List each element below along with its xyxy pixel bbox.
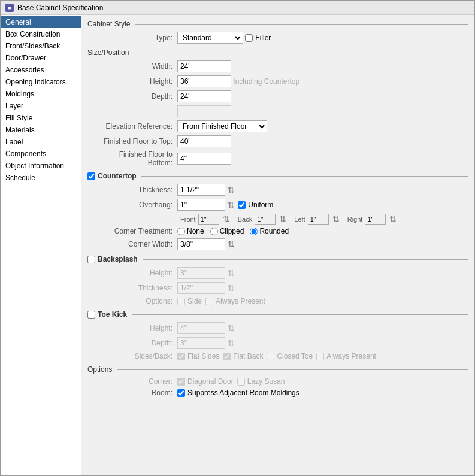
sidebar-item-accessories[interactable]: Accessories (1, 64, 81, 76)
corner-clipped-label[interactable]: Clipped (210, 227, 244, 235)
sidebar-item-opening-indicators[interactable]: Opening Indicators (1, 76, 81, 88)
ff-top-input[interactable] (177, 135, 231, 147)
lazy-susan-checkbox (237, 378, 245, 386)
sidebar-item-moldings[interactable]: Moldings (1, 88, 81, 100)
type-select[interactable]: Standard (177, 32, 243, 44)
backsplash-thickness-input (177, 282, 225, 294)
countertop-header: Countertop (87, 172, 468, 180)
sidebar-item-fill-style[interactable]: Fill Style (1, 112, 81, 124)
ff-bottom-input[interactable] (177, 153, 231, 165)
toe-kick-depth-spin: ⇅ (177, 337, 236, 349)
flat-sides-text: Flat Sides (187, 352, 219, 360)
front-spin[interactable]: ⇅ (222, 215, 231, 223)
sidebar-item-schedule[interactable]: Schedule (1, 172, 81, 184)
options-header: Options (87, 365, 468, 374)
corner-none-radio[interactable] (177, 228, 185, 235)
ff-top-row: Finished Floor to Top: (87, 135, 468, 147)
toe-kick-height-spin-btn: ⇅ (226, 324, 236, 332)
blank-row (87, 105, 468, 117)
toe-kick-label: Toe Kick (98, 310, 127, 319)
depth-input[interactable] (177, 90, 231, 102)
sidebar-item-general[interactable]: General (1, 16, 81, 28)
sidebar-item-door-drawer[interactable]: Door/Drawer (1, 52, 81, 64)
toe-kick-header: Toe Kick (87, 310, 468, 319)
backsplash-height-spin: ⇅ (177, 267, 236, 279)
flat-back-text: Flat Back (233, 352, 263, 360)
backsplash-checkbox[interactable] (87, 256, 95, 263)
corner-width-input[interactable] (177, 238, 225, 250)
width-input[interactable] (177, 60, 231, 72)
ff-bottom-row: Finished Floor to Bottom: (87, 150, 468, 167)
back-spin[interactable]: ⇅ (278, 215, 288, 223)
front-input[interactable] (198, 214, 219, 225)
filler-checkbox[interactable] (245, 34, 253, 42)
main-content: Cabinet Style Type: Standard Filler (81, 15, 474, 475)
countertop-checkbox-label[interactable]: Countertop (87, 172, 137, 180)
sidebar-item-materials[interactable]: Materials (1, 124, 81, 136)
corner-rounded-radio[interactable] (250, 228, 258, 235)
sidebar-item-layer[interactable]: Layer (1, 100, 81, 112)
corner-clipped-text: Clipped (220, 227, 244, 235)
closed-toe-text: Closed Toe (277, 352, 313, 360)
backsplash-options-row: Options: Side Always Present (87, 297, 468, 305)
corner-rounded-label[interactable]: Rounded (250, 227, 289, 235)
back-input[interactable] (255, 214, 276, 225)
filler-checkbox-label[interactable]: Filler (245, 34, 271, 42)
backsplash-thickness-label: Thickness: (93, 284, 177, 292)
overhang-spin: ⇅ (177, 199, 236, 211)
type-label: Type: (93, 34, 177, 42)
always-present-checkbox (316, 353, 324, 360)
toe-kick-checkbox[interactable] (87, 311, 95, 319)
corner-clipped-radio[interactable] (210, 228, 218, 235)
backsplash-height-spin-btn: ⇅ (226, 269, 236, 277)
room-option-label: Room: (93, 389, 177, 397)
corner-width-spin-btn[interactable]: ⇅ (226, 240, 236, 248)
countertop-checkbox[interactable] (87, 172, 95, 180)
uniform-checkbox-label[interactable]: Uniform (238, 201, 273, 209)
toe-kick-height-spin: ⇅ (177, 322, 236, 334)
backsplash-always-text: Always Present (216, 297, 265, 305)
sidebar-item-object-information[interactable]: Object Information (1, 160, 81, 172)
uniform-checkbox[interactable] (238, 201, 246, 209)
right-input[interactable] (365, 214, 386, 225)
overhang-input[interactable] (177, 199, 225, 211)
title-bar: ■ Base Cabinet Specification (1, 1, 474, 15)
size-position-header: Size/Position (87, 48, 468, 57)
size-position-label: Size/Position (87, 48, 129, 57)
overhang-spin-btn[interactable]: ⇅ (226, 201, 236, 209)
toe-kick-height-input (177, 322, 225, 334)
elevation-row: Elevation Reference: From Finished Floor (87, 120, 468, 132)
corner-option-row: Corner: Diagonal Door Lazy Susan (87, 377, 468, 386)
elevation-select[interactable]: From Finished Floor (177, 120, 267, 132)
thickness-input[interactable] (177, 184, 225, 196)
flat-sides-label: Flat Sides (177, 352, 219, 360)
suppress-label[interactable]: Suppress Adjacent Room Moldings (177, 389, 299, 397)
backsplash-header: Backsplash (87, 255, 468, 263)
corner-none-label[interactable]: None (177, 227, 204, 235)
backsplash-checkbox-label[interactable]: Backsplash (87, 255, 138, 263)
front-label: Front (180, 216, 196, 223)
thickness-spin-btn[interactable]: ⇅ (226, 186, 236, 194)
main-window: ■ Base Cabinet Specification GeneralBox … (0, 0, 475, 476)
options-label: Options (87, 365, 112, 374)
height-input[interactable] (177, 75, 231, 87)
toe-kick-checkbox-label[interactable]: Toe Kick (87, 310, 127, 319)
suppress-checkbox[interactable] (177, 389, 185, 397)
toe-kick-sides-label: Sides/Back: (93, 352, 177, 360)
left-input[interactable] (308, 214, 329, 225)
backsplash-always-checkbox (205, 298, 213, 305)
sidebar-item-components[interactable]: Components (1, 148, 81, 160)
cabinet-style-header: Cabinet Style (87, 20, 468, 28)
always-present-text: Always Present (326, 352, 376, 360)
sidebar-item-label[interactable]: Label (1, 136, 81, 148)
right-spin[interactable]: ⇅ (388, 215, 398, 223)
flat-back-checkbox (223, 353, 231, 360)
corner-width-spin: ⇅ (177, 238, 236, 250)
backsplash-height-row: Height: ⇅ (87, 267, 468, 279)
back-label: Back (238, 216, 252, 223)
overhang-label: Overhang: (93, 201, 177, 209)
sidebar-item-front-sides-back[interactable]: Front/Sides/Back (1, 40, 81, 52)
sidebar-item-box-construction[interactable]: Box Construction (1, 28, 81, 40)
suppress-text: Suppress Adjacent Room Moldings (187, 389, 299, 397)
left-spin[interactable]: ⇅ (331, 215, 341, 223)
